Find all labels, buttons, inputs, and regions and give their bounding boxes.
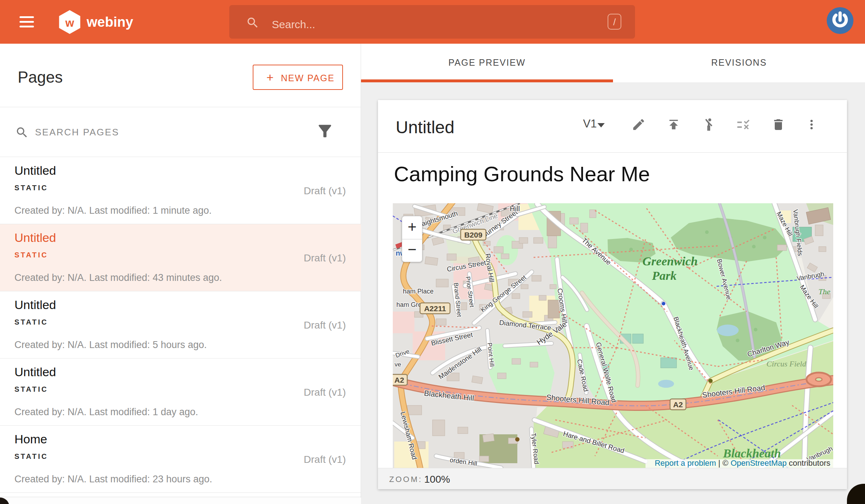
svg-text:A2: A2 <box>673 400 683 409</box>
svg-text:Report a problem | © OpenStree: Report a problem | © OpenStreetMap contr… <box>655 459 830 468</box>
svg-text:A2211: A2211 <box>424 304 446 313</box>
svg-text:Greenwich: Greenwich <box>643 255 698 268</box>
svg-text:Circus Field: Circus Field <box>766 359 807 368</box>
svg-text:w: w <box>65 17 74 29</box>
svg-text:Park: Park <box>652 269 677 282</box>
svg-text:The: The <box>818 287 830 296</box>
svg-text:ve: ve <box>395 361 401 368</box>
svg-text:Hill: Hill <box>510 205 520 213</box>
svg-text:A2: A2 <box>395 376 404 384</box>
svg-text:B209: B209 <box>464 231 482 239</box>
svg-text:ham Place: ham Place <box>403 288 434 295</box>
svg-text:Blackheath: Blackheath <box>723 447 781 460</box>
